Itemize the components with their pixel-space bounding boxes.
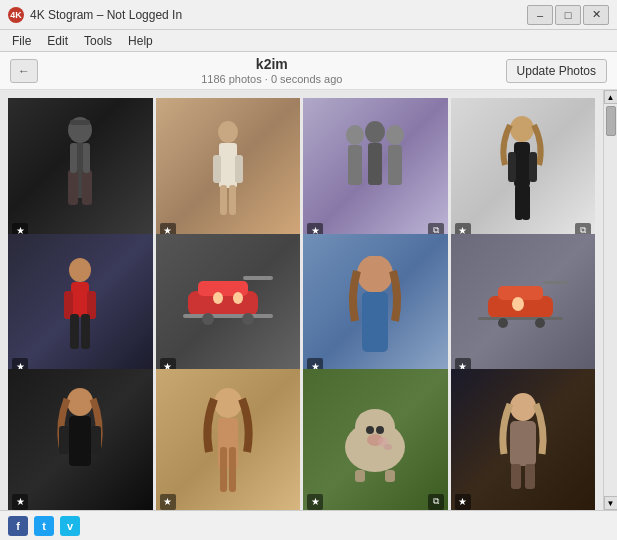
window-controls: – □ ✕ xyxy=(527,5,609,25)
svg-rect-70 xyxy=(525,464,535,489)
window-title: 4K Stogram – Not Logged In xyxy=(30,8,527,22)
status-bar: f t v xyxy=(0,510,617,540)
photo-cell[interactable]: ★ xyxy=(303,234,448,379)
svg-point-46 xyxy=(535,318,545,328)
svg-rect-18 xyxy=(388,145,402,185)
photo-image xyxy=(451,98,596,243)
svg-rect-50 xyxy=(59,426,69,454)
photo-cell[interactable]: ★ xyxy=(8,98,153,243)
vimeo-icon[interactable]: v xyxy=(60,516,80,536)
menu-help[interactable]: Help xyxy=(120,32,161,50)
svg-rect-30 xyxy=(81,314,90,349)
svg-point-35 xyxy=(202,313,214,325)
profile-info: k2im 1186 photos · 0 seconds ago xyxy=(48,56,496,86)
profile-name: k2im xyxy=(48,56,496,72)
svg-rect-4 xyxy=(82,170,92,205)
svg-rect-20 xyxy=(514,142,530,187)
svg-point-13 xyxy=(346,125,364,145)
scroll-thumb[interactable] xyxy=(606,106,616,136)
menu-edit[interactable]: Edit xyxy=(39,32,76,50)
photo-cell[interactable]: ★ xyxy=(8,234,153,379)
svg-rect-33 xyxy=(243,276,273,280)
svg-rect-40 xyxy=(362,292,388,352)
svg-rect-64 xyxy=(385,470,395,482)
svg-point-66 xyxy=(384,444,392,450)
svg-point-38 xyxy=(233,292,243,304)
maximize-button[interactable]: □ xyxy=(555,5,581,25)
photo-cell[interactable]: ★ xyxy=(451,369,596,510)
main-content: ★★★⧉★⧉★★★★★★★⧉★ ▲ ▼ xyxy=(0,90,617,510)
photo-overlay: ★ xyxy=(160,494,297,510)
photo-image xyxy=(156,234,301,379)
photo-image xyxy=(156,98,301,243)
scroll-up-arrow[interactable]: ▲ xyxy=(604,90,618,104)
photo-image xyxy=(156,369,301,510)
svg-rect-21 xyxy=(508,152,516,182)
menu-file[interactable]: File xyxy=(4,32,39,50)
svg-rect-10 xyxy=(235,155,243,183)
photo-image xyxy=(451,369,596,510)
svg-rect-5 xyxy=(70,143,77,173)
photo-grid: ★★★⧉★⧉★★★★★★★⧉★ xyxy=(0,90,603,510)
update-photos-button[interactable]: Update Photos xyxy=(506,59,607,83)
photo-overlay: ★ xyxy=(455,494,592,510)
svg-rect-43 xyxy=(543,281,568,284)
photo-cell[interactable]: ★ xyxy=(8,369,153,510)
svg-point-25 xyxy=(69,258,91,282)
svg-rect-23 xyxy=(515,185,523,220)
menu-tools[interactable]: Tools xyxy=(76,32,120,50)
star-icon[interactable]: ★ xyxy=(12,494,28,510)
svg-rect-34 xyxy=(183,314,273,318)
photo-cell[interactable]: ★⧉ xyxy=(303,98,448,243)
photo-image xyxy=(303,98,448,243)
svg-rect-12 xyxy=(229,185,236,215)
facebook-icon[interactable]: f xyxy=(8,516,28,536)
photo-image xyxy=(8,234,153,379)
svg-point-60 xyxy=(366,426,374,434)
photo-cell[interactable]: ★ xyxy=(156,98,301,243)
photo-overlay: ★ xyxy=(12,494,149,510)
svg-rect-14 xyxy=(348,145,362,185)
svg-point-45 xyxy=(498,318,508,328)
svg-point-52 xyxy=(214,388,242,418)
photo-cell[interactable]: ★⧉ xyxy=(451,98,596,243)
svg-rect-16 xyxy=(368,143,382,185)
twitter-icon[interactable]: t xyxy=(34,516,54,536)
photo-cell[interactable]: ★⧉ xyxy=(303,369,448,510)
star-icon[interactable]: ★ xyxy=(455,494,471,510)
scrollbar[interactable]: ▲ ▼ xyxy=(603,90,617,510)
svg-rect-68 xyxy=(510,421,536,466)
svg-point-36 xyxy=(242,313,254,325)
svg-rect-6 xyxy=(83,143,90,173)
minimize-button[interactable]: – xyxy=(527,5,553,25)
photo-cell[interactable]: ★ xyxy=(451,234,596,379)
scroll-track[interactable] xyxy=(604,104,617,496)
svg-point-39 xyxy=(357,256,393,293)
svg-rect-55 xyxy=(229,447,236,492)
photo-image xyxy=(303,369,448,510)
svg-rect-29 xyxy=(70,314,79,349)
svg-rect-1 xyxy=(70,120,90,125)
star-icon[interactable]: ★ xyxy=(307,494,323,510)
back-button[interactable]: ← xyxy=(10,59,38,83)
svg-point-19 xyxy=(510,116,534,142)
svg-point-67 xyxy=(510,393,536,421)
svg-rect-22 xyxy=(529,152,537,182)
svg-rect-8 xyxy=(219,143,237,188)
svg-rect-11 xyxy=(220,185,227,215)
toolbar: ← k2im 1186 photos · 0 seconds ago Updat… xyxy=(0,52,617,90)
svg-rect-3 xyxy=(68,170,78,205)
photo-cell[interactable]: ★ xyxy=(156,234,301,379)
svg-rect-49 xyxy=(69,416,91,466)
svg-point-48 xyxy=(67,388,93,416)
photo-cell[interactable]: ★ xyxy=(156,369,301,510)
svg-point-61 xyxy=(376,426,384,434)
svg-rect-26 xyxy=(71,282,89,317)
app-icon: 4K xyxy=(8,7,24,23)
svg-rect-24 xyxy=(522,185,530,220)
svg-rect-63 xyxy=(355,470,365,482)
profile-meta: 1186 photos · 0 seconds ago xyxy=(201,73,342,85)
close-button[interactable]: ✕ xyxy=(583,5,609,25)
scroll-down-arrow[interactable]: ▼ xyxy=(604,496,618,510)
star-icon[interactable]: ★ xyxy=(160,494,176,510)
